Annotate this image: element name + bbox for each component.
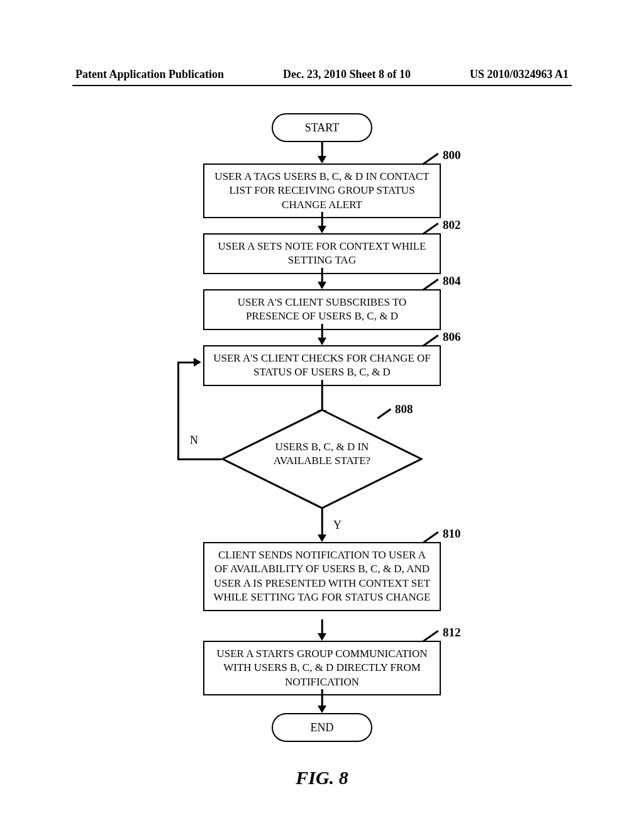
arrowhead-icon — [194, 358, 201, 367]
loop-line — [177, 362, 179, 460]
decision-808-text: USERS B, C, & D IN AVAILABLE STATE? — [252, 440, 392, 468]
arrowhead-icon — [318, 282, 326, 289]
ref-label-808: 808 — [395, 402, 413, 416]
arrowhead-icon — [318, 226, 326, 233]
connector — [321, 268, 323, 283]
connector — [321, 324, 323, 339]
ref-label-806: 806 — [443, 330, 461, 344]
process-800: USER A TAGS USERS B, C, & D IN CONTACT L… — [203, 163, 441, 218]
process-812-text: USER A STARTS GROUP COMMUNICATION WITH U… — [216, 648, 427, 688]
terminator-end: END — [272, 713, 372, 742]
header-left: Patent Application Publication — [75, 68, 224, 81]
terminator-end-label: END — [311, 721, 334, 734]
terminator-start: START — [272, 113, 372, 142]
arrowhead-icon — [318, 706, 326, 713]
header-right: US 2010/0324963 A1 — [470, 68, 569, 81]
arrowhead-icon — [318, 633, 326, 641]
page-header: Patent Application Publication Dec. 23, … — [0, 68, 644, 86]
connector — [321, 380, 323, 411]
ref-label-812: 812 — [443, 626, 461, 639]
process-812: USER A STARTS GROUP COMMUNICATION WITH U… — [203, 641, 441, 695]
decision-no-label: N — [190, 434, 198, 447]
connector — [321, 212, 323, 227]
decision-808: USERS B, C, & D IN AVAILABLE STATE? — [221, 409, 423, 509]
process-800-text: USER A TAGS USERS B, C, & D IN CONTACT L… — [214, 170, 429, 211]
process-802-text: USER A SETS NOTE FOR CONTEXT WHILE SETTI… — [218, 240, 426, 266]
header-rule — [72, 85, 572, 86]
arrowhead-icon — [318, 338, 326, 345]
ref-label-804: 804 — [443, 274, 461, 288]
process-810-text: CLIENT SENDS NOTIFICATION TO USER A OF A… — [214, 549, 431, 603]
ref-label-810: 810 — [443, 527, 461, 541]
loop-line — [177, 458, 221, 460]
terminator-start-label: START — [305, 121, 339, 135]
connector — [321, 619, 323, 634]
arrowhead-icon — [318, 534, 326, 542]
connector — [321, 689, 323, 707]
process-804-text: USER A'S CLIENT SUBSCRIBES TO PRESENCE O… — [238, 296, 407, 322]
decision-yes-label: Y — [333, 519, 341, 532]
figure-caption: FIG. 8 — [296, 767, 348, 788]
process-806-text: USER A'S CLIENT CHECKS FOR CHANGE OF STA… — [213, 352, 431, 378]
connector — [321, 508, 323, 536]
process-810: CLIENT SENDS NOTIFICATION TO USER A OF A… — [203, 542, 441, 611]
arrowhead-icon — [318, 156, 326, 163]
ref-label-802: 802 — [443, 218, 461, 232]
header-center: Dec. 23, 2010 Sheet 8 of 10 — [283, 68, 411, 81]
connector — [321, 142, 323, 157]
loop-line — [177, 362, 195, 363]
ref-label-800: 800 — [443, 148, 461, 162]
